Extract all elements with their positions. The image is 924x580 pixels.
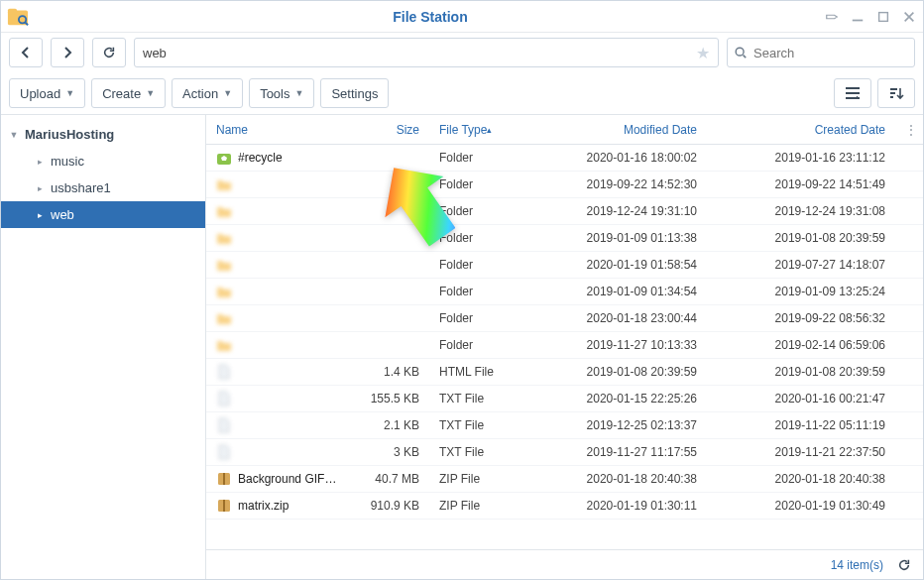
pin-icon[interactable] bbox=[824, 9, 840, 25]
cell-type: ZIP File bbox=[429, 493, 519, 519]
cell-size: 3 KB bbox=[360, 439, 429, 465]
search-box[interactable] bbox=[727, 38, 915, 67]
table-row[interactable]: Folder2020-01-18 23:00:442019-09-22 08:5… bbox=[206, 305, 923, 332]
folder-icon bbox=[216, 257, 232, 273]
table-row[interactable]: 2.1 KBTXT File2019-12-25 02:13:372019-11… bbox=[206, 412, 923, 439]
minimize-icon[interactable] bbox=[850, 9, 866, 25]
table-header: Name Size File Type Modified Date Create… bbox=[206, 115, 923, 145]
titlebar: File Station bbox=[1, 1, 923, 33]
table-row[interactable]: Folder2019-12-24 19:31:102019-12-24 19:3… bbox=[206, 198, 923, 225]
table-row[interactable]: matrix.zip910.9 KBZIP File2020-01-19 01:… bbox=[206, 493, 923, 520]
close-icon[interactable] bbox=[901, 9, 917, 25]
svg-rect-5 bbox=[879, 12, 888, 21]
status-refresh-icon[interactable] bbox=[895, 556, 913, 574]
cell-name bbox=[206, 305, 360, 331]
column-menu-icon[interactable]: ⋮ bbox=[895, 115, 924, 144]
cell-name: #recycle bbox=[206, 145, 360, 171]
search-icon bbox=[734, 46, 748, 59]
table-row[interactable]: Folder2020-01-19 01:58:542019-07-27 14:1… bbox=[206, 252, 923, 279]
column-name[interactable]: Name bbox=[206, 115, 360, 144]
column-created[interactable]: Created Date bbox=[707, 115, 895, 144]
window-title: File Station bbox=[37, 9, 824, 25]
file-icon bbox=[216, 391, 232, 406]
column-file-type[interactable]: File Type bbox=[429, 115, 519, 144]
sidebar: ▼ MariusHosting ▸music▸usbshare1▸web bbox=[1, 115, 206, 579]
cell-created: 2019-11-21 22:37:50 bbox=[707, 439, 895, 465]
svg-point-8 bbox=[736, 48, 744, 56]
cell-size bbox=[360, 332, 429, 358]
back-button[interactable] bbox=[9, 38, 43, 67]
table-rows[interactable]: #recycleFolder2020-01-16 18:00:022019-01… bbox=[206, 145, 923, 549]
cell-created: 2020-01-16 00:21:47 bbox=[707, 386, 895, 411]
table-row[interactable]: 1.4 KBHTML File2019-01-08 20:39:592019-0… bbox=[206, 359, 923, 386]
table-row[interactable]: Folder2019-09-22 14:52:302019-09-22 14:5… bbox=[206, 172, 923, 198]
cell-type: Folder bbox=[429, 332, 519, 358]
cell-type: TXT File bbox=[429, 412, 519, 438]
cell-created: 2020-01-18 20:40:38 bbox=[707, 466, 895, 492]
path-bar[interactable]: ★ bbox=[134, 38, 719, 67]
cell-name bbox=[206, 412, 360, 438]
cell-modified: 2019-01-09 01:13:38 bbox=[519, 225, 707, 251]
table-row[interactable]: Folder2019-01-09 01:34:542019-01-09 13:2… bbox=[206, 279, 923, 305]
upload-button[interactable]: Upload▼ bbox=[9, 78, 85, 108]
view-list-button[interactable] bbox=[834, 78, 871, 108]
favorite-icon[interactable]: ★ bbox=[696, 44, 710, 62]
cell-modified: 2019-11-27 10:13:33 bbox=[519, 332, 707, 358]
cell-created: 2019-01-08 20:39:59 bbox=[707, 359, 895, 385]
column-size[interactable]: Size bbox=[360, 115, 429, 144]
column-modified[interactable]: Modified Date bbox=[519, 115, 707, 144]
table-row[interactable]: Background GIF…40.7 MBZIP File2020-01-18… bbox=[206, 466, 923, 493]
sidebar-item-music[interactable]: ▸music bbox=[1, 148, 205, 174]
cell-modified: 2019-01-08 20:39:59 bbox=[519, 359, 707, 385]
search-input[interactable] bbox=[753, 46, 920, 60]
cell-name bbox=[206, 225, 360, 251]
tree-root-label: MariusHosting bbox=[25, 127, 114, 142]
cell-modified: 2020-01-19 01:58:54 bbox=[519, 252, 707, 278]
body: ▼ MariusHosting ▸music▸usbshare1▸web Nam… bbox=[1, 114, 923, 579]
cell-name bbox=[206, 386, 360, 411]
tree-root[interactable]: ▼ MariusHosting bbox=[1, 121, 205, 148]
sidebar-item-usbshare1[interactable]: ▸usbshare1 bbox=[1, 174, 205, 201]
table-row[interactable]: Folder2019-11-27 10:13:332019-02-14 06:5… bbox=[206, 332, 923, 359]
sort-button[interactable] bbox=[877, 78, 915, 108]
cell-name bbox=[206, 279, 360, 304]
table-row[interactable]: #recycleFolder2020-01-16 18:00:022019-01… bbox=[206, 145, 923, 172]
cell-name bbox=[206, 332, 360, 358]
table-row[interactable]: 3 KBTXT File2019-11-27 11:17:552019-11-2… bbox=[206, 439, 923, 466]
cell-size bbox=[360, 225, 429, 251]
create-button[interactable]: Create▼ bbox=[91, 78, 166, 108]
settings-button[interactable]: Settings bbox=[320, 78, 389, 108]
cell-size bbox=[360, 252, 429, 278]
cell-modified: 2019-11-27 11:17:55 bbox=[519, 439, 707, 465]
cell-size: 910.9 KB bbox=[360, 493, 429, 519]
cell-modified: 2020-01-19 01:30:11 bbox=[519, 493, 707, 519]
cell-size: 2.1 KB bbox=[360, 412, 429, 438]
forward-button[interactable] bbox=[51, 38, 84, 67]
toolbar: Upload▼ Create▼ Action▼ Tools▼ Settings bbox=[1, 72, 923, 114]
path-input[interactable] bbox=[143, 46, 696, 60]
cell-modified: 2020-01-15 22:25:26 bbox=[519, 386, 707, 411]
cell-type: Folder bbox=[429, 252, 519, 278]
action-button[interactable]: Action▼ bbox=[172, 78, 243, 108]
cell-modified: 2019-09-22 14:52:30 bbox=[519, 172, 707, 197]
chevron-right-icon: ▸ bbox=[35, 210, 45, 220]
cell-created: 2019-11-22 05:11:19 bbox=[707, 412, 895, 438]
sidebar-item-web[interactable]: ▸web bbox=[1, 201, 205, 228]
table-row[interactable]: 155.5 KBTXT File2020-01-15 22:25:262020-… bbox=[206, 386, 923, 412]
table-row[interactable]: Folder2019-01-09 01:13:382019-01-08 20:3… bbox=[206, 225, 923, 252]
cell-created: 2019-09-22 14:51:49 bbox=[707, 172, 895, 197]
tools-button[interactable]: Tools▼ bbox=[249, 78, 314, 108]
cell-size: 155.5 KB bbox=[360, 386, 429, 411]
folder-icon bbox=[216, 176, 232, 192]
file-icon bbox=[216, 417, 232, 433]
cell-created: 2019-02-14 06:59:06 bbox=[707, 332, 895, 358]
file-station-window: File Station ★ Upload▼ Create▼ Action▼ T… bbox=[0, 0, 924, 580]
cell-name bbox=[206, 359, 360, 385]
refresh-button[interactable] bbox=[92, 38, 126, 67]
zip-icon bbox=[216, 498, 232, 514]
maximize-icon[interactable] bbox=[875, 9, 891, 25]
item-count: 14 item(s) bbox=[831, 558, 883, 572]
cell-created: 2019-12-24 19:31:08 bbox=[707, 198, 895, 224]
cell-name bbox=[206, 439, 360, 465]
cell-size bbox=[360, 305, 429, 331]
